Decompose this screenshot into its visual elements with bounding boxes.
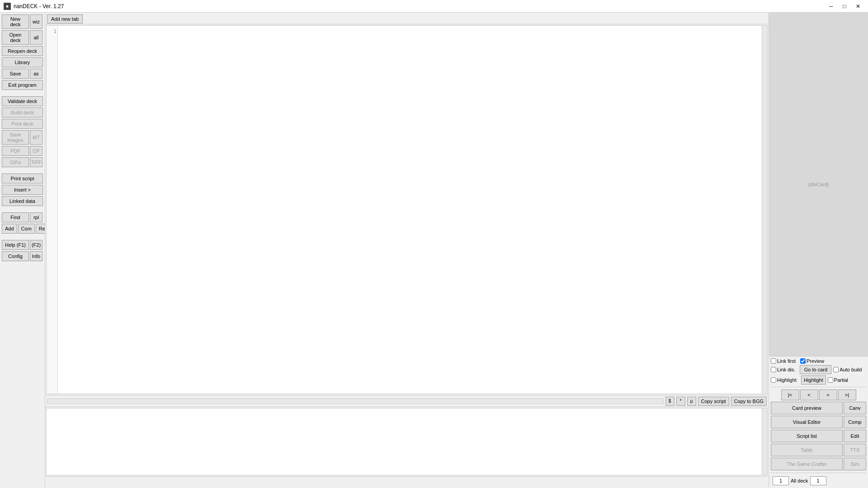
partial-checkbox-label[interactable]: Partial — [828, 377, 848, 383]
print-script-button[interactable]: Print script — [2, 174, 43, 183]
horizontal-scrollbar[interactable] — [47, 399, 664, 404]
preview-checkbox[interactable] — [800, 358, 806, 364]
card-number-input[interactable] — [773, 476, 789, 485]
link-dis-checkbox-label[interactable]: Link dis. — [771, 365, 795, 374]
nav-prev-button[interactable]: < — [800, 389, 818, 400]
star-button[interactable]: * — [676, 397, 685, 406]
link-first-label: Link first — [777, 358, 796, 364]
new-deck-button[interactable]: New deck — [2, 14, 29, 29]
game-crafter-button[interactable]: The Game Crafter — [771, 458, 843, 470]
nav-first-button[interactable]: |< — [781, 389, 799, 400]
dollar-button[interactable]: $ — [665, 397, 675, 406]
add-button[interactable]: Add — [2, 224, 17, 234]
link-first-checkbox-label[interactable]: Link first — [771, 358, 796, 364]
linked-data-scrollbar-v[interactable] — [762, 408, 767, 475]
insert-button[interactable]: Insert > — [2, 185, 43, 195]
find-row: Find rpl — [2, 212, 43, 222]
app-icon: ■ — [4, 3, 11, 10]
exit-program-button[interactable]: Exit program — [2, 80, 43, 90]
print-deck-button[interactable]: Print deck — [2, 119, 43, 129]
link-first-checkbox[interactable] — [771, 358, 776, 364]
add-row: Add Com Rem — [2, 224, 43, 234]
wiz-button[interactable]: wiz — [30, 14, 42, 29]
dbi-card-text: {dbiCard} — [808, 182, 829, 187]
save-images-button[interactable]: Save images — [2, 130, 29, 145]
visual-editor-button[interactable]: Visual Editor — [771, 416, 843, 428]
cp-button[interactable]: CP — [30, 146, 42, 156]
open-deck-button[interactable]: Open deck — [2, 30, 29, 45]
visual-editor-row: Visual Editor Comp — [771, 416, 866, 428]
editor-input-area[interactable] — [58, 26, 762, 394]
linked-data-button[interactable]: Linked data — [2, 196, 43, 206]
status-bar — [45, 476, 769, 488]
highlight-checkbox[interactable] — [771, 377, 776, 383]
validate-deck-button[interactable]: Validate deck — [2, 96, 43, 106]
save-images-row: Save images MT — [2, 130, 43, 145]
script-list-button[interactable]: Script list — [771, 430, 843, 442]
copy-to-bgg-button[interactable]: Copy to BGG — [731, 397, 767, 406]
maximize-button[interactable]: □ — [838, 1, 851, 11]
editor-textarea[interactable] — [58, 26, 762, 394]
right-controls: Link first Preview Link dis. Go — [769, 357, 868, 488]
find-button[interactable]: Find — [2, 212, 29, 222]
bottom-controls-row: All deck — [771, 475, 866, 486]
mt-button[interactable]: MT — [30, 130, 42, 145]
highlight-label: Highlight — [777, 377, 797, 383]
right-separator-1 — [771, 387, 866, 387]
comp-button[interactable]: Comp — [844, 416, 866, 428]
card-preview-row: Card preview Canv — [771, 402, 866, 414]
nav-last-button[interactable]: >| — [838, 389, 856, 400]
pdf-button[interactable]: PDF — [2, 146, 29, 156]
rem-button[interactable]: Rem — [36, 224, 45, 234]
partial-checkbox[interactable] — [828, 377, 833, 383]
save-button[interactable]: Save — [2, 69, 29, 79]
copy-script-button[interactable]: Copy script — [698, 397, 729, 406]
help-f1-button[interactable]: Help (F1) — [2, 240, 29, 250]
right-separator-2 — [771, 473, 866, 473]
add-new-tab-button[interactable]: Add new tab — [47, 14, 83, 23]
window-controls: ─ □ ✕ — [825, 1, 864, 11]
edit-button[interactable]: Edit — [844, 430, 866, 442]
info-button[interactable]: Info — [30, 251, 42, 261]
separator-1 — [2, 91, 43, 95]
build-deck-button[interactable]: Build deck — [2, 108, 43, 117]
com-button[interactable]: Com — [18, 224, 35, 234]
save-as-button[interactable]: as — [30, 69, 42, 79]
auto-build-checkbox[interactable] — [833, 367, 839, 372]
config-button[interactable]: Config — [2, 251, 29, 261]
all-deck-input[interactable] — [810, 476, 826, 485]
help-row: Help (F1) (F2) — [2, 240, 43, 250]
mu-button[interactable]: μ — [687, 397, 696, 406]
gifa-button[interactable]: GIFa — [2, 157, 29, 167]
minimize-button[interactable]: ─ — [825, 1, 837, 11]
editor-scrollbar-v[interactable] — [762, 26, 767, 394]
card-preview-button[interactable]: Card preview — [771, 402, 843, 414]
tiff-button[interactable]: TIFF — [30, 157, 42, 167]
sim-button[interactable]: Sim — [844, 458, 866, 470]
highlight-checkbox-label[interactable]: Highlight — [771, 375, 797, 385]
checkbox-group-3: Highlight Highlight Partial — [771, 375, 848, 385]
f2-button[interactable]: (F2) — [30, 240, 42, 250]
table-row: Table TTS — [771, 444, 866, 456]
all-button[interactable]: all — [30, 30, 42, 45]
table-button[interactable]: Table — [771, 444, 843, 456]
close-button[interactable]: ✕ — [852, 1, 864, 11]
separator-4 — [2, 235, 43, 239]
line-number-1: 1 — [47, 28, 57, 35]
canv-button[interactable]: Canv — [844, 402, 866, 414]
highlight-button[interactable]: Highlight — [801, 375, 826, 385]
reopen-deck-button[interactable]: Reopen deck — [2, 46, 43, 56]
preview-checkbox-label[interactable]: Preview — [800, 358, 824, 364]
tts-button[interactable]: TTS — [844, 444, 866, 456]
nav-next-button[interactable]: > — [819, 389, 837, 400]
checkbox-row-2: Link dis. Go to card Auto build — [771, 365, 866, 374]
go-to-card-button[interactable]: Go to card — [800, 365, 831, 374]
title-bar-left: ■ nanDECK - Ver. 1.27 — [4, 3, 64, 10]
auto-build-checkbox-label[interactable]: Auto build — [833, 367, 862, 372]
rpl-button[interactable]: rpl — [30, 212, 42, 222]
link-dis-checkbox[interactable] — [771, 367, 776, 372]
library-button[interactable]: Library — [2, 57, 43, 67]
game-crafter-row: The Game Crafter Sim — [771, 458, 866, 470]
tabs-bar: Add new tab — [45, 13, 769, 24]
pdf-row: PDF CP — [2, 146, 43, 156]
